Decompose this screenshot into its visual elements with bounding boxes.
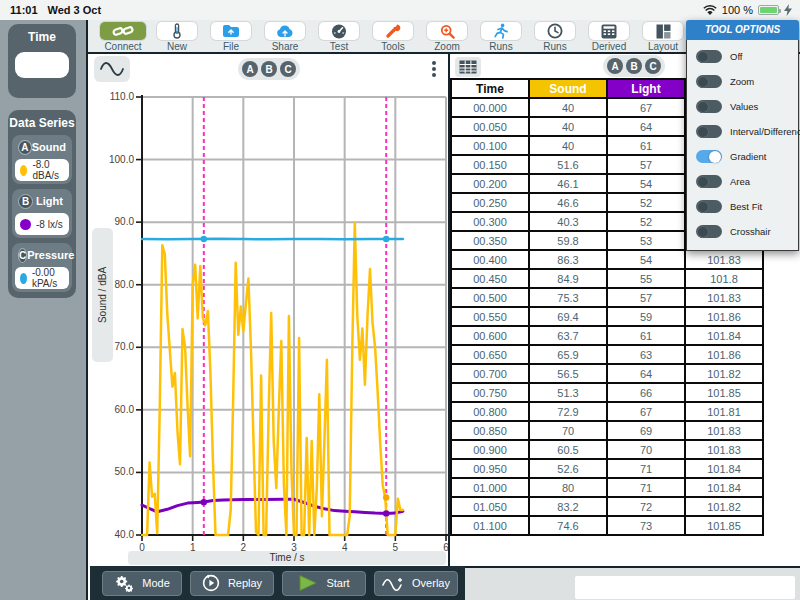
x-axis-label-strip[interactable]: Time / s [128, 551, 446, 565]
toolbar-item-share[interactable]: Share [258, 20, 312, 52]
series-value-pill[interactable]: -8 lx/s [15, 213, 69, 235]
table-cell[interactable]: 56.5 [529, 364, 607, 383]
table-cell[interactable]: 00.150 [451, 155, 529, 174]
table-cell[interactable]: 00.800 [451, 402, 529, 421]
table-cell[interactable]: 00.850 [451, 421, 529, 440]
toggle-interval-difference[interactable] [696, 125, 722, 138]
table-cell[interactable]: 67 [607, 402, 685, 421]
table-cell[interactable]: 00.050 [451, 117, 529, 136]
table-cell[interactable]: 74.6 [529, 516, 607, 535]
table-cell[interactable]: 66 [607, 383, 685, 402]
table-cell[interactable]: 101.83 [685, 288, 763, 307]
toolbar-item-runs-history[interactable]: Runs [528, 20, 582, 52]
toggle-gradient[interactable] [696, 150, 722, 163]
table-cell[interactable]: 101.83 [685, 250, 763, 269]
table-cell[interactable]: 00.250 [451, 193, 529, 212]
table-cell[interactable]: 101.83 [685, 440, 763, 459]
table-cell[interactable]: 61 [607, 326, 685, 345]
table-cell[interactable]: 101.85 [685, 516, 763, 535]
series-badge-b[interactable]: B [626, 58, 642, 74]
table-cell[interactable]: 00.450 [451, 269, 529, 288]
table-cell[interactable]: 64 [607, 117, 685, 136]
y-axis-label-tab[interactable]: Sound / dBA [92, 228, 113, 362]
table-cell[interactable]: 69 [607, 421, 685, 440]
toolbar-item-derived[interactable]: Derived [582, 20, 636, 52]
table-cell[interactable]: 101.83 [685, 421, 763, 440]
table-cell[interactable]: 00.300 [451, 212, 529, 231]
table-cell[interactable]: 86.3 [529, 250, 607, 269]
table-cell[interactable]: 63 [607, 345, 685, 364]
table-cell[interactable]: 00.650 [451, 345, 529, 364]
toolbar-item-new[interactable]: New [150, 20, 204, 52]
table-cell[interactable]: 00.950 [451, 459, 529, 478]
table-cell[interactable]: 40.3 [529, 212, 607, 231]
table-cell[interactable]: 51.3 [529, 383, 607, 402]
gradient-marker-dot-light[interactable] [201, 499, 207, 505]
table-cell[interactable]: 63.7 [529, 326, 607, 345]
table-cell[interactable]: 40 [529, 117, 607, 136]
table-cell[interactable]: 64 [607, 364, 685, 383]
table-cell[interactable]: 65.9 [529, 345, 607, 364]
table-cell[interactable]: 70 [529, 421, 607, 440]
series-badge-a[interactable]: A [607, 58, 623, 74]
table-cell[interactable]: 51.6 [529, 155, 607, 174]
table-series-badges[interactable]: ABC [603, 55, 665, 77]
series-badge-c[interactable]: C [280, 61, 296, 77]
table-cell[interactable]: 72.9 [529, 402, 607, 421]
column-header-time[interactable]: Time [451, 79, 529, 98]
graph-series-badges[interactable]: ABC [238, 58, 300, 80]
table-cell[interactable]: 00.350 [451, 231, 529, 250]
table-cell[interactable]: 101.8 [685, 269, 763, 288]
table-cell[interactable]: 59 [607, 307, 685, 326]
table-cell[interactable]: 00.500 [451, 288, 529, 307]
table-cell[interactable]: 84.9 [529, 269, 607, 288]
series-badge-c[interactable]: C [645, 58, 661, 74]
gradient-marker-dot-pressure[interactable] [383, 236, 389, 242]
table-cell[interactable]: 54 [607, 174, 685, 193]
series-value-pill[interactable]: -8.0 dBA/s [15, 159, 69, 181]
toolbar-item-runs[interactable]: Runs [474, 20, 528, 52]
line-chart[interactable]: 40.050.060.070.080.090.0100.0110.0012345… [90, 84, 448, 566]
table-cell[interactable]: 101.86 [685, 345, 763, 364]
table-cell[interactable]: 59.8 [529, 231, 607, 250]
toggle-off[interactable] [696, 50, 722, 63]
table-cell[interactable]: 101.84 [685, 459, 763, 478]
overlay-button[interactable]: Overlay [374, 571, 458, 596]
table-cell[interactable]: 40 [529, 136, 607, 155]
column-header-light[interactable]: Light [607, 79, 685, 98]
start-button[interactable]: Start [282, 571, 366, 596]
toolbar-item-zoom[interactable]: Zoom [420, 20, 474, 52]
table-cell[interactable]: 101.84 [685, 478, 763, 497]
table-cell[interactable]: 01.100 [451, 516, 529, 535]
table-cell[interactable]: 00.100 [451, 136, 529, 155]
table-view-button[interactable] [455, 57, 481, 77]
table-cell[interactable]: 75.3 [529, 288, 607, 307]
table-cell[interactable]: 67 [607, 98, 685, 117]
table-cell[interactable]: 101.84 [685, 326, 763, 345]
table-cell[interactable]: 69.4 [529, 307, 607, 326]
series-badge-b[interactable]: B [261, 61, 277, 77]
table-cell[interactable]: 00.400 [451, 250, 529, 269]
toolbar-item-file[interactable]: File [204, 20, 258, 52]
table-cell[interactable]: 71 [607, 459, 685, 478]
table-cell[interactable]: 55 [607, 269, 685, 288]
series-card-pressure[interactable]: C Pressure -0.00 kPA/s [12, 243, 72, 292]
mode-button[interactable]: Mode [102, 571, 182, 596]
table-cell[interactable]: 54 [607, 250, 685, 269]
gradient-marker-dot-sound[interactable] [383, 494, 389, 500]
kebab-menu-icon[interactable] [428, 58, 440, 80]
table-cell[interactable]: 72 [607, 497, 685, 516]
table-cell[interactable]: 01.050 [451, 497, 529, 516]
table-cell[interactable]: 61 [607, 136, 685, 155]
footer-scroll-area[interactable] [575, 576, 795, 599]
table-cell[interactable]: 00.550 [451, 307, 529, 326]
table-cell[interactable]: 57 [607, 288, 685, 307]
table-cell[interactable]: 00.000 [451, 98, 529, 117]
table-cell[interactable]: 52 [607, 193, 685, 212]
graph-type-button[interactable] [94, 56, 130, 82]
series-value-pill[interactable]: -0.00 kPA/s [15, 267, 69, 289]
toggle-crosshair[interactable] [696, 225, 722, 238]
time-value-field[interactable] [15, 52, 69, 78]
table-cell[interactable]: 01.000 [451, 478, 529, 497]
toggle-values[interactable] [696, 100, 722, 113]
